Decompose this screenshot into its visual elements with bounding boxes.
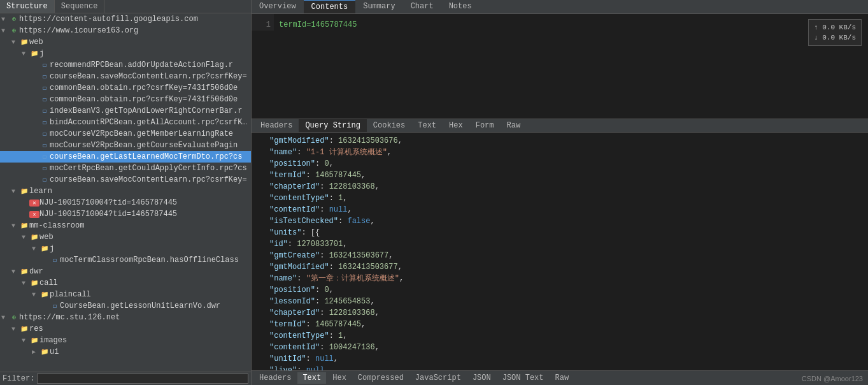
tree-item[interactable]: ▼📁web (0, 36, 251, 48)
tree-label: res (29, 324, 250, 333)
tree-arrow (32, 73, 39, 80)
tree-item[interactable]: ✕NJU-10015710004?tid=1465787445 (0, 197, 251, 208)
tree-arrow: ▼ (11, 39, 19, 46)
json-sep: : (320, 309, 329, 317)
json-key: "contentType" (269, 194, 329, 203)
tree-label: mocCertRpcBean.getCouldApplyCertInfo.rpc… (50, 164, 250, 173)
file-icon: ◻ (50, 302, 60, 310)
tree-item[interactable]: ◻bindAccountRPCBean.getAllAccount.rpc?cs… (0, 117, 251, 128)
tree-item[interactable]: ◻indexBeanV3.getTopAndLowerRightCornerBa… (0, 105, 251, 117)
tree-label: mocCourseV2RpcBean.getMemberLearningRate (50, 129, 250, 138)
tree-arrow: ▼ (32, 245, 39, 252)
tab-sequence[interactable]: Sequence (55, 0, 105, 13)
tree-item[interactable]: ◻mocTermClassroomRpcBean.hasOfflineClass (0, 254, 251, 266)
tab-req-cookies[interactable]: Cookies (367, 119, 411, 132)
tree-item[interactable]: ▼📁j (0, 243, 251, 254)
tab-overview[interactable]: Overview (252, 0, 304, 13)
tree-item[interactable]: ▼📁web (0, 231, 251, 243)
tree-arrow: ▼ (11, 268, 19, 275)
tree-item[interactable]: ◻courseBean.saveMocContentLearn.rpc?csrf… (0, 71, 251, 82)
tree-item[interactable]: ◻courseBean.getLastLearnedMocTermDto.rpc… (0, 151, 251, 163)
json-value: 0 (324, 159, 329, 168)
tree-arrow (42, 303, 50, 310)
tab-chart[interactable]: Chart (403, 0, 441, 13)
tree-arrow (32, 85, 39, 92)
tree-item[interactable]: ▼📁learn (0, 185, 251, 197)
tab-req-headers[interactable]: Headers (254, 119, 299, 132)
tab-req-form[interactable]: Form (469, 119, 501, 132)
json-line: "id": 1270833701, (257, 238, 863, 250)
json-end: , (375, 309, 380, 317)
tab-req-hex[interactable]: Hex (443, 119, 469, 132)
tree-item[interactable]: ◻mocCertRpcBean.getCouldApplyCertInfo.rp… (0, 163, 251, 174)
tab-resp-compressed[interactable]: Compressed (353, 372, 409, 384)
tree-label: courseBean.saveMocContentLearn.rpc?csrfK… (50, 72, 250, 81)
tree-item[interactable]: ▼⊕https://content-autofill.googleapis.co… (0, 13, 251, 25)
tree-item[interactable]: ✕NJU-10015710004?tid=1465787445 (0, 208, 251, 220)
json-line: "position": 0, (257, 284, 863, 296)
tree-item[interactable]: ◻recommendRPCBean.addOrUpdateActionFlag.… (0, 59, 251, 71)
tree-item[interactable]: ◻courseBean.saveMocContentLearn.rpc?csrf… (0, 174, 251, 185)
speed-indicator: ↑ 0.0 KB/s ↓ 0.0 KB/s (808, 19, 862, 46)
tree-item[interactable]: ▼📁j (0, 48, 251, 59)
tree-item[interactable]: ▼⊕https://www.icourse163.org (0, 25, 251, 36)
left-panel: Structure Sequence ▼⊕https://content-aut… (0, 0, 252, 385)
tab-req-raw[interactable]: Raw (501, 119, 527, 132)
tab-structure[interactable]: Structure (0, 0, 55, 13)
tab-resp-raw[interactable]: Raw (550, 372, 574, 384)
json-value: 1270833701 (297, 240, 343, 249)
tree-item[interactable]: ◻mocCourseV2RpcBean.getMemberLearningRat… (0, 128, 251, 140)
tab-resp-headers[interactable]: Headers (254, 372, 296, 384)
json-sep: : (288, 240, 297, 249)
globe-icon: ⊕ (9, 27, 19, 34)
json-line: "name": "1-1 计算机系统概述", (257, 147, 863, 158)
json-sep: : (301, 228, 310, 237)
json-value: "第一章：计算机系统概述" (306, 274, 399, 283)
folder-icon: 📁 (29, 337, 39, 344)
tree-label: bindAccountRPCBean.getAllAccount.rpc?csr… (50, 118, 250, 127)
tab-summary[interactable]: Summary (355, 0, 402, 13)
tree-item[interactable]: ▼📁plaincall (0, 289, 251, 300)
json-line: "unitId": null, (257, 353, 863, 365)
left-tabs: Structure Sequence (0, 0, 251, 13)
json-end: , (329, 286, 334, 294)
json-value: null (315, 354, 334, 363)
filter-input[interactable] (37, 374, 248, 384)
json-sep: : (297, 274, 306, 283)
tab-resp-json[interactable]: JSON (467, 372, 496, 384)
tree-item[interactable]: ◻mocCourseV2RpcBean.getCourseEvaluatePag… (0, 140, 251, 151)
tree-arrow (32, 142, 39, 149)
tab-resp-text[interactable]: Text (297, 372, 326, 384)
tree-label: web (39, 233, 250, 242)
json-end: , (343, 194, 347, 203)
tab-req-text[interactable]: Text (411, 119, 443, 132)
tab-resp-hex[interactable]: Hex (327, 372, 352, 384)
json-value: 1632413503677 (329, 251, 389, 260)
json-line: "position": 0, (257, 158, 863, 170)
tree-item[interactable]: ◻commonBean.obtain.rpc?csrfKey=7431f506d… (0, 82, 251, 94)
tab-notes[interactable]: Notes (441, 0, 480, 13)
json-end: , (398, 263, 402, 272)
json-value: 1228103368 (329, 182, 375, 191)
tree-item[interactable]: ▶📁ui (0, 346, 251, 358)
json-line: "gmtModified": 1632413503676, (257, 135, 863, 147)
tab-contents[interactable]: Contents (304, 0, 356, 13)
json-key: "name" (269, 148, 297, 157)
tree-arrow: ▼ (1, 27, 9, 34)
tab-resp-jsontext[interactable]: JSON Text (497, 372, 549, 384)
tab-resp-javascript[interactable]: JavaScript (410, 372, 466, 384)
json-end: , (361, 171, 366, 180)
tree-item[interactable]: ▼📁images (0, 335, 251, 346)
tree-item[interactable]: ◻CourseBean.getLessonUnitLearnVo.dwr (0, 300, 251, 312)
json-key: "lessonId" (269, 297, 315, 306)
tree-item[interactable]: ▼📁mm-classroom (0, 220, 251, 231)
error-icon: ✕ (29, 200, 39, 207)
tree-item[interactable]: ▼⊕https://mc.stu.126.net (0, 312, 251, 323)
tab-req-querystring[interactable]: Query String (299, 119, 366, 132)
json-value: false (347, 217, 370, 226)
tree-item[interactable]: ◻commonBean.obtain.rpc?csrfKey=7431f506d… (0, 94, 251, 105)
tree-item[interactable]: ▼📁res (0, 323, 251, 335)
tree-item[interactable]: ▼📁dwr (0, 266, 251, 277)
tree-item[interactable]: ▼📁call (0, 277, 251, 289)
tree-arrow (32, 119, 39, 126)
